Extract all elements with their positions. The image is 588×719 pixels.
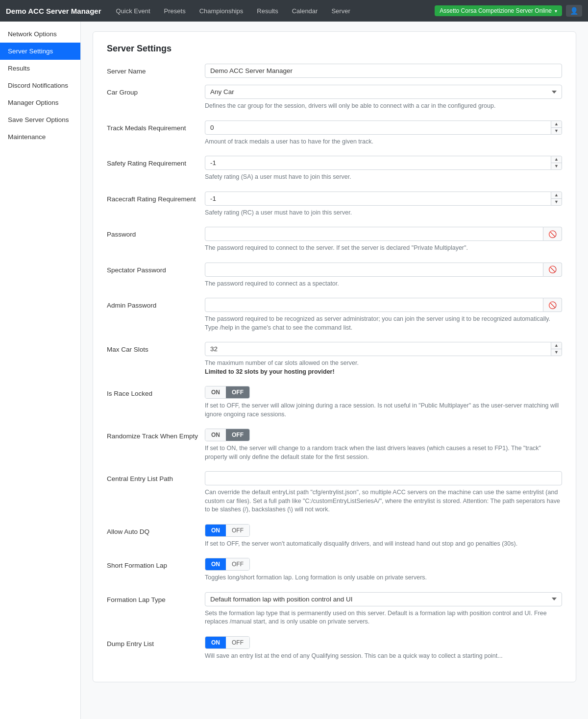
short-formation-lap-help: Toggles long/short formation lap. Long f… — [205, 574, 562, 582]
track-medals-input[interactable] — [205, 120, 551, 135]
sidebar-item-results[interactable]: Results — [0, 60, 80, 77]
randomize-track-row: Randomize Track When Empty ON OFF — [107, 429, 562, 441]
racecraft-rating-down-button[interactable]: ▼ — [551, 199, 562, 205]
sidebar-item-server-settings[interactable]: Server Settings — [0, 43, 80, 60]
short-formation-lap-toggle[interactable]: ON OFF — [205, 558, 250, 571]
spectator-password-help: The password required to connect as a sp… — [205, 280, 562, 288]
is-race-locked-help: If set to OFF, the server will allow joi… — [205, 402, 562, 419]
spectator-password-input[interactable] — [205, 263, 543, 277]
allow-auto-dq-off-label: OFF — [226, 525, 249, 536]
is-race-locked-on-label: ON — [205, 386, 226, 398]
server-badge-chevron-icon: ▾ — [555, 8, 557, 14]
sidebar-item-network-options[interactable]: Network Options — [0, 25, 80, 43]
settings-panel: Server Settings Server Name Car Group An… — [93, 31, 576, 682]
formation-lap-type-select-wrapper: Default formation lap with position cont… — [205, 592, 562, 606]
safety-rating-up-button[interactable]: ▲ — [551, 156, 562, 163]
nav-quick-event[interactable]: Quick Event — [111, 5, 155, 17]
formation-lap-type-help: Sets the formation lap type that is perm… — [205, 609, 562, 626]
dump-entry-list-help-row: Will save an entry list at the end of an… — [107, 652, 562, 668]
safety-rating-input[interactable] — [205, 156, 551, 170]
is-race-locked-help-row: If set to OFF, the server will allow joi… — [107, 402, 562, 426]
dump-entry-list-row: Dump Entry List ON OFF — [107, 636, 562, 649]
car-group-select[interactable]: Any Car FreeForAll GT3 GT4 Cup ST CHL TC… — [205, 85, 562, 99]
max-car-slots-down-button[interactable]: ▼ — [551, 349, 562, 356]
dump-entry-list-toggle[interactable]: ON OFF — [205, 636, 250, 649]
admin-password-input-wrapper: 🚫 — [205, 298, 562, 312]
nav-results[interactable]: Results — [252, 5, 283, 17]
password-input-wrapper: 🚫 — [205, 227, 562, 241]
safety-rating-row: Safety Rating Requirement ▲ ▼ — [107, 156, 562, 170]
allow-auto-dq-toggle[interactable]: ON OFF — [205, 524, 250, 537]
server-name-input-wrapper — [205, 64, 562, 78]
randomize-track-on-label: ON — [205, 429, 226, 441]
password-toggle-button[interactable]: 🚫 — [543, 227, 562, 241]
navbar: Demo ACC Server Manager Quick Event Pres… — [0, 0, 588, 22]
track-medals-row: Track Medals Requirement ▲ ▼ — [107, 120, 562, 135]
dump-entry-list-help: Will save an entry list at the end of an… — [205, 652, 562, 661]
formation-lap-type-select[interactable]: Default formation lap with position cont… — [205, 592, 562, 606]
formation-lap-type-help-row: Sets the formation lap type that is perm… — [107, 609, 562, 633]
max-car-slots-up-button[interactable]: ▲ — [551, 342, 562, 349]
randomize-track-off-label: OFF — [226, 429, 249, 441]
max-car-slots-help-row: The maximum number of car slots allowed … — [107, 359, 562, 383]
password-input[interactable] — [205, 227, 543, 241]
randomize-track-toggle-wrapper: ON OFF — [205, 429, 562, 441]
sidebar-item-save-server-options[interactable]: Save Server Options — [0, 111, 80, 128]
safety-rating-input-wrapper: ▲ ▼ — [205, 156, 562, 170]
is-race-locked-toggle-wrapper: ON OFF — [205, 386, 562, 399]
formation-lap-type-row: Formation Lap Type Default formation lap… — [107, 592, 562, 606]
server-name-input[interactable] — [205, 64, 562, 78]
admin-password-input[interactable] — [205, 298, 543, 312]
admin-password-toggle-button[interactable]: 🚫 — [543, 298, 562, 312]
randomize-track-toggle[interactable]: ON OFF — [205, 429, 250, 441]
track-medals-spinner: ▲ ▼ — [551, 120, 562, 135]
password-label: Password — [107, 227, 200, 238]
sidebar-item-discord-notifications[interactable]: Discord Notifications — [0, 77, 80, 94]
racecraft-rating-help: Safety rating (RC) a user must have to j… — [205, 209, 562, 217]
max-car-slots-help: The maximum number of car slots allowed … — [205, 359, 562, 376]
admin-password-row: Admin Password 🚫 — [107, 298, 562, 312]
racecraft-rating-up-button[interactable]: ▲ — [551, 192, 562, 199]
spectator-password-help-row: The password required to connect as a sp… — [107, 280, 562, 295]
max-car-slots-row: Max Car Slots ▲ ▼ — [107, 342, 562, 356]
nav-presets[interactable]: Presets — [159, 5, 191, 17]
track-medals-down-button[interactable]: ▼ — [551, 128, 562, 134]
navbar-right: Assetto Corsa Competizione Server Online… — [435, 5, 582, 17]
allow-auto-dq-toggle-wrapper: ON OFF — [205, 524, 562, 537]
dump-entry-list-label: Dump Entry List — [107, 636, 200, 647]
nav-server[interactable]: Server — [326, 5, 355, 17]
randomize-track-help: If set to ON, the server will change to … — [205, 444, 562, 461]
car-group-label: Car Group — [107, 85, 200, 96]
spectator-password-toggle-button[interactable]: 🚫 — [543, 263, 562, 277]
is-race-locked-toggle[interactable]: ON OFF — [205, 386, 250, 399]
short-formation-lap-row: Short Formation Lap ON OFF — [107, 558, 562, 571]
car-group-select-wrapper: Any Car FreeForAll GT3 GT4 Cup ST CHL TC… — [205, 85, 562, 99]
central-entry-list-input[interactable] — [205, 471, 562, 485]
allow-auto-dq-row: Allow Auto DQ ON OFF — [107, 524, 562, 537]
admin-password-label: Admin Password — [107, 298, 200, 309]
max-car-slots-input[interactable] — [205, 342, 551, 356]
allow-auto-dq-help-row: If set to OFF, the server won't automati… — [107, 540, 562, 555]
user-menu-button[interactable]: 👤 — [566, 5, 582, 17]
short-formation-lap-help-row: Toggles long/short formation lap. Long f… — [107, 574, 562, 589]
admin-password-help-row: The password required to be recognized a… — [107, 315, 562, 339]
nav-calendar[interactable]: Calendar — [287, 5, 323, 17]
short-formation-lap-label: Short Formation Lap — [107, 558, 200, 569]
racecraft-rating-input[interactable] — [205, 192, 551, 206]
dump-entry-list-on-label: ON — [205, 637, 226, 648]
safety-rating-down-button[interactable]: ▼ — [551, 163, 562, 169]
sidebar: Network Options Server Settings Results … — [0, 22, 81, 719]
safety-rating-help: Safety rating (SA) a user must have to j… — [205, 173, 562, 182]
nav-championships[interactable]: Championships — [195, 5, 248, 17]
sidebar-item-maintenance[interactable]: Maintenance — [0, 128, 80, 145]
admin-eye-slash-icon: 🚫 — [548, 301, 557, 309]
short-formation-lap-on-label: ON — [205, 558, 226, 570]
is-race-locked-row: Is Race Locked ON OFF — [107, 386, 562, 399]
server-status-badge[interactable]: Assetto Corsa Competizione Server Online… — [435, 5, 562, 16]
track-medals-up-button[interactable]: ▲ — [551, 121, 562, 128]
central-entry-list-help-row: Can override the default entryList path … — [107, 488, 562, 521]
sidebar-item-manager-options[interactable]: Manager Options — [0, 94, 80, 111]
safety-rating-label: Safety Rating Requirement — [107, 156, 200, 167]
track-medals-label: Track Medals Requirement — [107, 120, 200, 132]
racecraft-rating-label: Racecraft Rating Requirement — [107, 192, 200, 203]
